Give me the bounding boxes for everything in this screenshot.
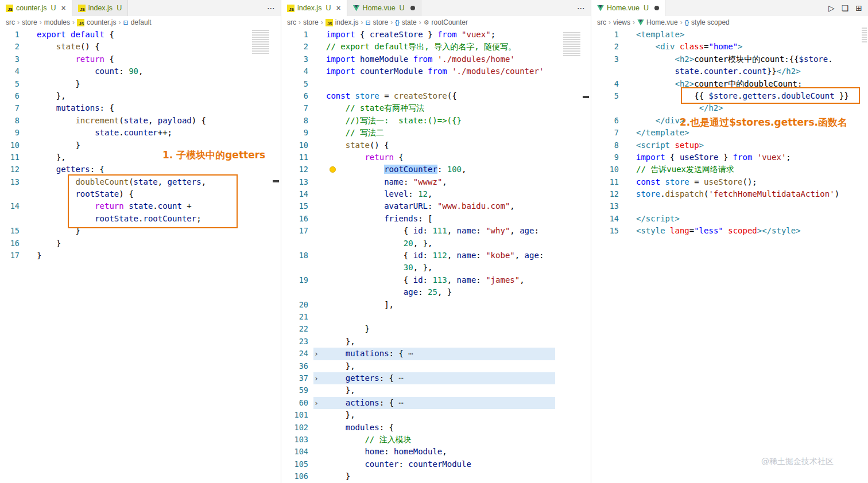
code-line[interactable]: 60› actions: { ⋯ xyxy=(281,397,591,409)
breadcrumb-item[interactable]: views xyxy=(613,18,630,26)
breadcrumb-item[interactable]: ⊡default xyxy=(123,18,151,26)
breadcrumb-item[interactable]: ⚙rootCounter xyxy=(424,18,468,26)
line-number[interactable]: 10 xyxy=(281,139,308,151)
code-line[interactable]: 17 { id: 111, name: "why", age: xyxy=(281,225,591,237)
breadcrumb-item[interactable]: modules xyxy=(44,18,70,26)
more-actions-icon[interactable]: ⋯ xyxy=(577,3,585,13)
line-number[interactable]: 15 xyxy=(591,225,619,237)
code-line[interactable]: 11const store = useStore(); xyxy=(591,176,868,188)
line-number[interactable]: 13 xyxy=(281,176,308,188)
code-line[interactable]: 7 mutations: { xyxy=(0,102,281,114)
line-number[interactable]: 60 xyxy=(281,397,308,409)
line-number[interactable]: 2 xyxy=(0,41,20,53)
code-line[interactable]: 3 <h2>counter模块中的count:{{$store. xyxy=(591,53,868,65)
code-line[interactable]: 106 } xyxy=(281,470,591,482)
code-line[interactable]: 14 return state.count + xyxy=(0,200,281,212)
code-line[interactable]: 20, }, xyxy=(281,237,591,250)
code-line[interactable]: 2// export default导出, 导入的名字, 随便写。 xyxy=(281,41,591,53)
line-number[interactable]: 18 xyxy=(281,250,308,262)
line-number[interactable]: 15 xyxy=(0,225,20,237)
line-number[interactable]: 102 xyxy=(281,422,308,434)
code-line[interactable]: 16 } xyxy=(0,237,281,250)
breadcrumb-item[interactable]: src xyxy=(6,18,15,26)
line-number[interactable]: 21 xyxy=(281,311,308,323)
code-line[interactable]: state.counter.count}}</h2> xyxy=(591,65,868,77)
breadcrumb-item[interactable]: store xyxy=(22,18,37,26)
breadcrumb-item[interactable]: src xyxy=(597,18,606,26)
line-number[interactable]: 17 xyxy=(0,250,20,262)
line-number[interactable] xyxy=(591,65,619,77)
line-number[interactable]: 2 xyxy=(281,41,308,53)
line-number[interactable]: 12 xyxy=(591,188,619,200)
code-editor[interactable]: 1<template>2 <div class="home">3 <h2>cou… xyxy=(591,29,868,237)
line-number[interactable]: 2 xyxy=(591,41,619,53)
code-line[interactable]: 14</script> xyxy=(591,213,868,225)
line-number[interactable] xyxy=(281,237,308,250)
code-line[interactable]: age: 25, } xyxy=(281,286,591,298)
line-number[interactable] xyxy=(281,262,308,274)
fold-chevron-icon[interactable]: › xyxy=(314,348,319,360)
code-line[interactable]: 30, }, xyxy=(281,262,591,274)
line-number[interactable]: 14 xyxy=(0,200,20,212)
line-number[interactable]: 20 xyxy=(281,299,308,311)
code-line[interactable]: 2 state() { xyxy=(0,41,281,53)
line-number[interactable]: 3 xyxy=(281,53,308,65)
code-line[interactable]: 21 xyxy=(281,311,591,323)
code-line[interactable]: 12 rootCounter: 100, xyxy=(281,163,591,176)
line-number[interactable] xyxy=(0,213,20,225)
tab-index-js[interactable]: JSindex.jsU× xyxy=(281,0,347,16)
line-number[interactable]: 106 xyxy=(281,470,308,482)
code-line[interactable]: 101 }, xyxy=(281,409,591,421)
line-number[interactable]: 6 xyxy=(0,90,20,102)
code-line[interactable]: 8 //)写法一: state:()=>({} xyxy=(281,115,591,127)
code-line[interactable]: 9 state.counter++; xyxy=(0,127,281,139)
code-line[interactable]: 1export default { xyxy=(0,29,281,41)
line-number[interactable]: 13 xyxy=(0,176,20,188)
line-number[interactable]: 7 xyxy=(591,127,619,139)
line-number[interactable]: 1 xyxy=(0,29,20,41)
code-line[interactable]: 37› getters: { ⋯ xyxy=(281,372,591,384)
line-number[interactable]: 105 xyxy=(281,458,308,470)
code-line[interactable]: 36 }, xyxy=(281,360,591,372)
line-number[interactable]: 4 xyxy=(0,65,20,77)
line-number[interactable]: 9 xyxy=(281,127,308,139)
code-line[interactable]: 9 // 写法二 xyxy=(281,127,591,139)
code-line[interactable]: 10 state() { xyxy=(281,139,591,151)
line-number[interactable]: 14 xyxy=(281,188,308,200)
minimap[interactable] xyxy=(563,32,580,57)
tab-counter-js[interactable]: JScounter.jsU× xyxy=(0,0,72,16)
line-number[interactable]: 101 xyxy=(281,409,308,421)
line-number[interactable]: 17 xyxy=(281,225,308,237)
line-number[interactable]: 8 xyxy=(281,115,308,127)
code-line[interactable]: 13 xyxy=(591,200,868,212)
code-line[interactable]: rootState.rootCounter; xyxy=(0,213,281,225)
line-number[interactable]: 12 xyxy=(0,163,20,176)
breadcrumb-item[interactable]: src xyxy=(287,18,296,26)
code-line[interactable]: 8 increment(state, payload) { xyxy=(0,115,281,127)
code-line[interactable]: 15 } xyxy=(0,225,281,237)
code-line[interactable]: 59 }, xyxy=(281,384,591,396)
code-line[interactable]: 14 level: 12, xyxy=(281,188,591,200)
code-line[interactable]: 4import counterModule from './modules/co… xyxy=(281,65,591,77)
code-line[interactable]: 11 return { xyxy=(281,151,591,163)
line-number[interactable]: 3 xyxy=(591,53,619,65)
line-number[interactable]: 7 xyxy=(0,102,20,114)
code-line[interactable]: 7 // state有两种写法 xyxy=(281,102,591,114)
line-number[interactable]: 5 xyxy=(0,78,20,90)
fold-chevron-icon[interactable]: › xyxy=(314,397,319,409)
line-number[interactable]: 8 xyxy=(591,139,619,151)
line-number[interactable]: 6 xyxy=(591,115,619,127)
code-line[interactable]: 10// 告诉vuex发送网络请求 xyxy=(591,163,868,176)
line-number[interactable]: 22 xyxy=(281,323,308,335)
code-line[interactable]: 13 doubleCount(state, getters, xyxy=(0,176,281,188)
run-icon[interactable]: ▷ xyxy=(828,3,835,13)
code-editor[interactable]: 1import { createStore } from "vuex";2// … xyxy=(281,29,591,482)
code-line[interactable]: rootState) { xyxy=(0,188,281,200)
code-editor[interactable]: 1export default {2 state() {3 return {4 … xyxy=(0,29,281,262)
code-line[interactable]: 5 } xyxy=(0,78,281,90)
line-number[interactable]: 8 xyxy=(0,115,20,127)
code-line[interactable]: 19 { id: 113, name: "james", xyxy=(281,274,591,286)
breadcrumb-item[interactable]: Home.vue xyxy=(637,18,678,26)
line-number[interactable]: 6 xyxy=(281,90,308,102)
line-number[interactable]: 37 xyxy=(281,372,308,384)
